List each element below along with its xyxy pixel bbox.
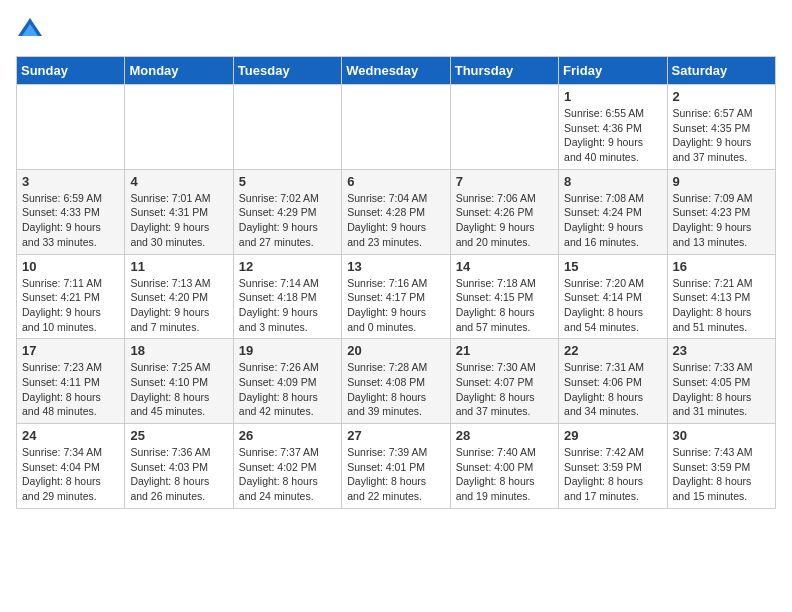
day-info: Sunrise: 7:11 AM Sunset: 4:21 PM Dayligh… (22, 276, 119, 335)
day-number: 20 (347, 343, 444, 358)
day-number: 26 (239, 428, 336, 443)
calendar-cell: 8Sunrise: 7:08 AM Sunset: 4:24 PM Daylig… (559, 169, 667, 254)
calendar-header: SundayMondayTuesdayWednesdayThursdayFrid… (17, 57, 776, 85)
calendar-cell: 2Sunrise: 6:57 AM Sunset: 4:35 PM Daylig… (667, 85, 775, 170)
calendar-cell: 4Sunrise: 7:01 AM Sunset: 4:31 PM Daylig… (125, 169, 233, 254)
day-info: Sunrise: 7:40 AM Sunset: 4:00 PM Dayligh… (456, 445, 553, 504)
day-number: 7 (456, 174, 553, 189)
calendar-cell: 27Sunrise: 7:39 AM Sunset: 4:01 PM Dayli… (342, 424, 450, 509)
calendar-cell: 18Sunrise: 7:25 AM Sunset: 4:10 PM Dayli… (125, 339, 233, 424)
day-info: Sunrise: 7:39 AM Sunset: 4:01 PM Dayligh… (347, 445, 444, 504)
day-number: 27 (347, 428, 444, 443)
day-info: Sunrise: 7:20 AM Sunset: 4:14 PM Dayligh… (564, 276, 661, 335)
calendar-cell: 21Sunrise: 7:30 AM Sunset: 4:07 PM Dayli… (450, 339, 558, 424)
calendar-cell: 20Sunrise: 7:28 AM Sunset: 4:08 PM Dayli… (342, 339, 450, 424)
day-number: 22 (564, 343, 661, 358)
day-info: Sunrise: 7:43 AM Sunset: 3:59 PM Dayligh… (673, 445, 770, 504)
calendar-cell: 9Sunrise: 7:09 AM Sunset: 4:23 PM Daylig… (667, 169, 775, 254)
day-info: Sunrise: 7:30 AM Sunset: 4:07 PM Dayligh… (456, 360, 553, 419)
day-number: 10 (22, 259, 119, 274)
day-number: 16 (673, 259, 770, 274)
day-number: 4 (130, 174, 227, 189)
day-info: Sunrise: 7:18 AM Sunset: 4:15 PM Dayligh… (456, 276, 553, 335)
calendar: SundayMondayTuesdayWednesdayThursdayFrid… (16, 56, 776, 509)
calendar-cell: 16Sunrise: 7:21 AM Sunset: 4:13 PM Dayli… (667, 254, 775, 339)
day-info: Sunrise: 6:57 AM Sunset: 4:35 PM Dayligh… (673, 106, 770, 165)
day-info: Sunrise: 7:08 AM Sunset: 4:24 PM Dayligh… (564, 191, 661, 250)
logo-icon (16, 16, 44, 44)
day-number: 24 (22, 428, 119, 443)
day-number: 25 (130, 428, 227, 443)
calendar-cell (450, 85, 558, 170)
calendar-cell: 13Sunrise: 7:16 AM Sunset: 4:17 PM Dayli… (342, 254, 450, 339)
day-number: 12 (239, 259, 336, 274)
day-info: Sunrise: 7:28 AM Sunset: 4:08 PM Dayligh… (347, 360, 444, 419)
calendar-cell: 7Sunrise: 7:06 AM Sunset: 4:26 PM Daylig… (450, 169, 558, 254)
day-number: 1 (564, 89, 661, 104)
calendar-cell: 17Sunrise: 7:23 AM Sunset: 4:11 PM Dayli… (17, 339, 125, 424)
calendar-cell: 22Sunrise: 7:31 AM Sunset: 4:06 PM Dayli… (559, 339, 667, 424)
day-info: Sunrise: 7:02 AM Sunset: 4:29 PM Dayligh… (239, 191, 336, 250)
calendar-cell: 5Sunrise: 7:02 AM Sunset: 4:29 PM Daylig… (233, 169, 341, 254)
weekday-header-friday: Friday (559, 57, 667, 85)
day-number: 14 (456, 259, 553, 274)
day-number: 18 (130, 343, 227, 358)
weekday-header-monday: Monday (125, 57, 233, 85)
day-number: 5 (239, 174, 336, 189)
calendar-week-1: 1Sunrise: 6:55 AM Sunset: 4:36 PM Daylig… (17, 85, 776, 170)
calendar-week-5: 24Sunrise: 7:34 AM Sunset: 4:04 PM Dayli… (17, 424, 776, 509)
header-row: SundayMondayTuesdayWednesdayThursdayFrid… (17, 57, 776, 85)
calendar-cell (125, 85, 233, 170)
day-number: 28 (456, 428, 553, 443)
day-number: 3 (22, 174, 119, 189)
calendar-cell: 1Sunrise: 6:55 AM Sunset: 4:36 PM Daylig… (559, 85, 667, 170)
day-info: Sunrise: 7:13 AM Sunset: 4:20 PM Dayligh… (130, 276, 227, 335)
calendar-cell (342, 85, 450, 170)
weekday-header-saturday: Saturday (667, 57, 775, 85)
weekday-header-sunday: Sunday (17, 57, 125, 85)
day-number: 11 (130, 259, 227, 274)
calendar-cell: 12Sunrise: 7:14 AM Sunset: 4:18 PM Dayli… (233, 254, 341, 339)
calendar-cell: 10Sunrise: 7:11 AM Sunset: 4:21 PM Dayli… (17, 254, 125, 339)
day-info: Sunrise: 7:14 AM Sunset: 4:18 PM Dayligh… (239, 276, 336, 335)
calendar-week-3: 10Sunrise: 7:11 AM Sunset: 4:21 PM Dayli… (17, 254, 776, 339)
logo (16, 16, 48, 44)
day-number: 29 (564, 428, 661, 443)
calendar-week-2: 3Sunrise: 6:59 AM Sunset: 4:33 PM Daylig… (17, 169, 776, 254)
day-info: Sunrise: 6:59 AM Sunset: 4:33 PM Dayligh… (22, 191, 119, 250)
calendar-cell (233, 85, 341, 170)
day-info: Sunrise: 7:01 AM Sunset: 4:31 PM Dayligh… (130, 191, 227, 250)
day-number: 21 (456, 343, 553, 358)
day-number: 9 (673, 174, 770, 189)
day-number: 15 (564, 259, 661, 274)
calendar-cell: 14Sunrise: 7:18 AM Sunset: 4:15 PM Dayli… (450, 254, 558, 339)
day-info: Sunrise: 7:09 AM Sunset: 4:23 PM Dayligh… (673, 191, 770, 250)
day-number: 23 (673, 343, 770, 358)
weekday-header-wednesday: Wednesday (342, 57, 450, 85)
day-info: Sunrise: 7:34 AM Sunset: 4:04 PM Dayligh… (22, 445, 119, 504)
day-info: Sunrise: 7:23 AM Sunset: 4:11 PM Dayligh… (22, 360, 119, 419)
page-header (16, 16, 776, 44)
day-number: 19 (239, 343, 336, 358)
day-info: Sunrise: 7:21 AM Sunset: 4:13 PM Dayligh… (673, 276, 770, 335)
day-number: 30 (673, 428, 770, 443)
day-number: 8 (564, 174, 661, 189)
calendar-cell: 24Sunrise: 7:34 AM Sunset: 4:04 PM Dayli… (17, 424, 125, 509)
day-info: Sunrise: 7:37 AM Sunset: 4:02 PM Dayligh… (239, 445, 336, 504)
weekday-header-tuesday: Tuesday (233, 57, 341, 85)
day-info: Sunrise: 7:33 AM Sunset: 4:05 PM Dayligh… (673, 360, 770, 419)
calendar-body: 1Sunrise: 6:55 AM Sunset: 4:36 PM Daylig… (17, 85, 776, 509)
day-info: Sunrise: 7:16 AM Sunset: 4:17 PM Dayligh… (347, 276, 444, 335)
calendar-cell: 30Sunrise: 7:43 AM Sunset: 3:59 PM Dayli… (667, 424, 775, 509)
day-info: Sunrise: 7:06 AM Sunset: 4:26 PM Dayligh… (456, 191, 553, 250)
calendar-cell: 29Sunrise: 7:42 AM Sunset: 3:59 PM Dayli… (559, 424, 667, 509)
calendar-cell: 11Sunrise: 7:13 AM Sunset: 4:20 PM Dayli… (125, 254, 233, 339)
calendar-cell: 15Sunrise: 7:20 AM Sunset: 4:14 PM Dayli… (559, 254, 667, 339)
calendar-week-4: 17Sunrise: 7:23 AM Sunset: 4:11 PM Dayli… (17, 339, 776, 424)
day-info: Sunrise: 7:42 AM Sunset: 3:59 PM Dayligh… (564, 445, 661, 504)
day-number: 6 (347, 174, 444, 189)
calendar-cell: 28Sunrise: 7:40 AM Sunset: 4:00 PM Dayli… (450, 424, 558, 509)
day-info: Sunrise: 7:36 AM Sunset: 4:03 PM Dayligh… (130, 445, 227, 504)
calendar-cell (17, 85, 125, 170)
calendar-cell: 23Sunrise: 7:33 AM Sunset: 4:05 PM Dayli… (667, 339, 775, 424)
